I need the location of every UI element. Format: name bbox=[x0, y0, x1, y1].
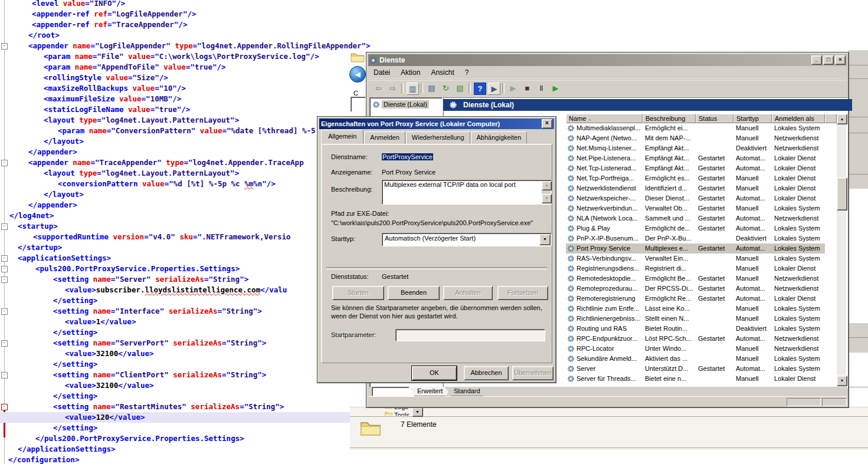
services-table[interactable]: Name ▲BeschreibungStatusStarttypAnmelden… bbox=[566, 114, 837, 385]
dialog-titlebar[interactable]: Eigenschaften von Port Proxy Service (Lo… bbox=[319, 119, 554, 129]
tree-item-dienste-lokal[interactable]: Dienste (Lokal) bbox=[371, 99, 441, 110]
divider bbox=[350, 416, 868, 417]
menu-item-datei[interactable]: Datei bbox=[368, 67, 395, 78]
fortsetzen-button[interactable]: Fortsetzen bbox=[497, 286, 548, 300]
chevron-down-icon[interactable]: ▼ bbox=[539, 234, 551, 245]
arrow-up-icon[interactable]: ▲ bbox=[542, 181, 552, 190]
restart-service-icon[interactable]: ▶ bbox=[550, 83, 561, 94]
code-line[interactable]: <appender name="LogFileAppender" type="l… bbox=[0, 41, 868, 51]
menu-item-?[interactable]: ? bbox=[460, 67, 474, 78]
services-window-titlebar[interactable]: Dienste _ □ × bbox=[368, 54, 847, 66]
beschreibung-field[interactable]: Multiplexes external TCP/IP data on loca… bbox=[382, 180, 552, 205]
table-row[interactable]: NAP-Agent (Netwo...Mit dem NAP-...Manuel… bbox=[566, 133, 825, 143]
starten-button[interactable]: Starten bbox=[332, 286, 384, 300]
table-row[interactable]: RAS-Verbindungsv...Verwaltet Ein...Manue… bbox=[566, 254, 825, 264]
minimize-button[interactable]: _ bbox=[811, 55, 822, 65]
scroll-thumb[interactable] bbox=[837, 177, 847, 210]
table-row[interactable]: Netzwerkspeicher-...Dieser Dienst...Gest… bbox=[566, 193, 825, 203]
view-tab-erweitert[interactable]: Erweitert bbox=[408, 387, 451, 396]
column-header-anmelden-als[interactable]: Anmelden als bbox=[772, 114, 825, 123]
dialog-tabs[interactable]: AllgemeinAnmeldenWiederherstellungAbhäng… bbox=[321, 131, 528, 144]
table-row[interactable]: Net.Msmq-Listener...Empfängt Akt...Deakt… bbox=[566, 143, 825, 153]
table-row[interactable]: Plug & PlayErmöglicht de...GestartetAuto… bbox=[566, 223, 825, 233]
tab-allgemein[interactable]: Allgemein bbox=[321, 130, 363, 144]
stop-service-icon[interactable]: ■ bbox=[522, 83, 533, 94]
cell-beschreibung: Der PnP-X-Bu... bbox=[643, 233, 696, 243]
code-line[interactable]: <appender-ref ref="LogFileAppender"/> bbox=[0, 9, 868, 19]
column-header-name[interactable]: Name ▲ bbox=[566, 114, 643, 123]
table-row[interactable]: Net.Tcp-Listenerad...Empfängt Akt...Gest… bbox=[566, 163, 825, 173]
explorer-back-button[interactable]: ◀ bbox=[349, 66, 366, 83]
table-row[interactable]: RPC-LocatorUnter Windo...ManuellNetzwerk… bbox=[566, 344, 825, 354]
starttyp-select[interactable]: Automatisch (Verzögerter Start) ▼ bbox=[382, 233, 552, 246]
beschreibung-scrollbar[interactable]: ▲ ▼ bbox=[542, 181, 551, 203]
explorer-input-fragment[interactable] bbox=[351, 97, 366, 112]
tab-wiederherstellung[interactable]: Wiederherstellung bbox=[406, 131, 470, 144]
view-tab-standard[interactable]: Standard bbox=[445, 387, 489, 396]
table-scrollbar[interactable]: ▲ ▼ bbox=[837, 114, 846, 385]
table-row-selected[interactable]: Port Proxy ServiceMultiplexes e...Gestar… bbox=[566, 243, 825, 254]
table-row[interactable]: PnP-X-IP-Busenum...Der PnP-X-Bu...Deakti… bbox=[566, 233, 825, 243]
ok-button[interactable]: OK bbox=[412, 366, 457, 380]
table-row[interactable]: RPC-Endpunktzuor...Löst RPC-Sch...Gestar… bbox=[566, 334, 825, 344]
table-row[interactable]: Net.Tcp-Portfreiga...Ermöglicht es...Ges… bbox=[566, 173, 825, 183]
table-row[interactable]: Richtlinienergebniss...Stellt einen N...… bbox=[566, 314, 825, 324]
cell-starttyp: Manuell bbox=[733, 183, 772, 193]
code-line[interactable]: <level value="INFO"/> bbox=[0, 0, 868, 9]
table-row[interactable]: Routing und RASBietet Routin...Deaktivie… bbox=[566, 324, 825, 334]
tab-anmelden[interactable]: Anmelden bbox=[364, 131, 405, 144]
close-icon[interactable]: × bbox=[542, 119, 552, 129]
table-row[interactable]: Net.Pipe-Listenera...Empfängt Akt...Gest… bbox=[566, 153, 825, 163]
code-line[interactable]: </root> bbox=[0, 30, 868, 41]
table-row[interactable]: ServerUnterstützt D...GestartetAutomat..… bbox=[566, 364, 825, 374]
toolbar-separator bbox=[421, 83, 423, 93]
table-row[interactable]: Server für Threads...Bietet eine n...Man… bbox=[566, 374, 825, 384]
properties-icon[interactable]: ▤ bbox=[426, 83, 437, 94]
menu-bar[interactable]: DateiAktionAnsicht? bbox=[368, 66, 847, 80]
tab-abhängigkeiten[interactable]: Abhängigkeiten bbox=[471, 131, 528, 144]
column-header-beschreibung[interactable]: Beschreibung bbox=[643, 114, 696, 123]
menu-item-aktion[interactable]: Aktion bbox=[395, 67, 425, 78]
maximize-button[interactable]: □ bbox=[823, 55, 834, 65]
gear-icon bbox=[567, 124, 575, 132]
scroll-up-button[interactable]: ▲ bbox=[837, 114, 847, 124]
startparameter-input[interactable] bbox=[395, 329, 545, 341]
column-header-starttyp[interactable]: Starttyp bbox=[733, 114, 772, 123]
table-row[interactable]: Richtlinie zum Entfe...Lässt eine Ko...M… bbox=[566, 304, 825, 314]
back-icon[interactable]: ⇦ bbox=[373, 83, 384, 94]
folder-row[interactable]: Tools bbox=[385, 411, 410, 416]
service-properties-dialog[interactable]: Eigenschaften von Port Proxy Service (Lo… bbox=[317, 116, 556, 383]
code-text: <setting name="ClientPort" serializeAs="… bbox=[53, 370, 266, 379]
refresh-icon[interactable]: ↻ bbox=[440, 83, 451, 94]
show-console-tree-icon[interactable]: ▥ bbox=[407, 83, 419, 95]
scroll-down-button[interactable]: ▼ bbox=[837, 376, 847, 386]
uebernehmen-button[interactable]: Übernehmen bbox=[512, 366, 553, 380]
beenden-button[interactable]: Beenden bbox=[388, 286, 440, 300]
menu-item-ansicht[interactable]: Ansicht bbox=[425, 67, 459, 78]
toolbar[interactable]: ⇦⇨▥▤↻▤?▶▶■Ⅱ▶ bbox=[368, 80, 847, 97]
code-line[interactable]: </configuration> bbox=[0, 455, 868, 464]
pause-service-icon[interactable]: Ⅱ bbox=[536, 83, 547, 94]
arrow-down-icon[interactable]: ▼ bbox=[542, 194, 552, 203]
table-row[interactable]: Multimediaklassenpl...Ermöglicht ei...Ma… bbox=[566, 123, 825, 133]
forward-icon[interactable]: ⇨ bbox=[387, 83, 398, 94]
help-icon[interactable]: ? bbox=[474, 83, 486, 95]
table-row[interactable]: Remoteprozedurau...Der RPCSS-Di...Gestar… bbox=[566, 284, 825, 294]
column-header-status[interactable]: Status bbox=[696, 114, 733, 123]
table-row[interactable]: Registrierungsdiens...Registriert di...M… bbox=[566, 264, 825, 274]
show-window-icon[interactable]: ▶ bbox=[488, 83, 500, 95]
table-row[interactable]: NetzwerklistendienstIdentifiziert d...Ge… bbox=[566, 183, 825, 193]
table-row[interactable]: RemoteregistrierungErmöglicht Re...Gesta… bbox=[566, 294, 825, 304]
abbrechen-button[interactable]: Abbrechen bbox=[464, 366, 509, 380]
close-button[interactable]: × bbox=[835, 55, 846, 65]
anhalten-button[interactable]: Anhalten bbox=[443, 286, 493, 300]
start-service-icon[interactable]: ▶ bbox=[507, 83, 519, 94]
table-row[interactable]: Netzwerkverbindun...Verwaltet Ob...Gesta… bbox=[566, 203, 825, 213]
table-row[interactable]: Remotedesktopdie...Ermöglicht Be...Gesta… bbox=[566, 274, 825, 284]
export-list-icon[interactable]: ▤ bbox=[454, 83, 466, 94]
table-row[interactable]: Sekundäre Anmeld...Aktiviert das ...Manu… bbox=[566, 354, 825, 364]
table-row[interactable]: NLA (Network Loca...Sammelt und ...Gesta… bbox=[566, 213, 825, 223]
dropdown-button[interactable]: ▼ bbox=[412, 407, 423, 417]
code-line[interactable]: <appender-ref ref="TraceAppender"/> bbox=[0, 19, 868, 30]
cell-anmelden-als: Lokaler Dienst bbox=[772, 163, 825, 173]
